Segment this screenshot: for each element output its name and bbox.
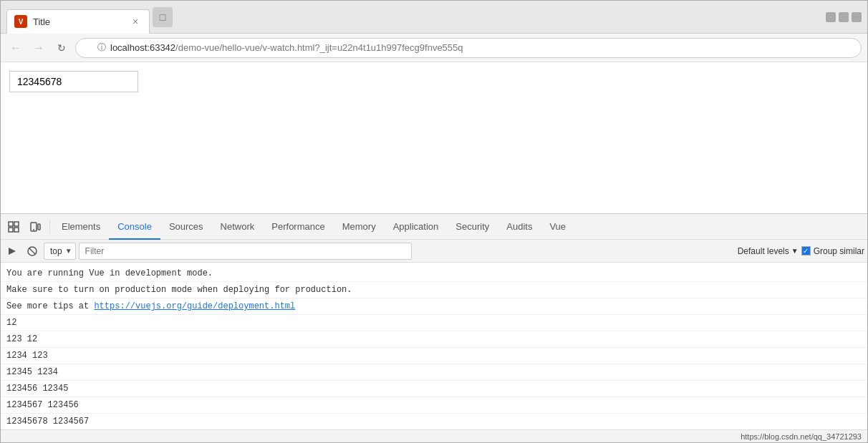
default-levels-selector[interactable]: Default levels ▼ [738, 246, 799, 256]
browser-window: V Title × □ ← → ↻ ⓘ localhost:63342/demo… [0, 0, 868, 443]
refresh-button[interactable]: ↻ [52, 39, 71, 57]
console-line: 12345678 1234567 [1, 414, 867, 429]
console-line-text: 123 12 [6, 334, 37, 344]
context-value: top [50, 246, 62, 256]
maximize-button[interactable] [839, 12, 849, 22]
console-line: Make sure to turn on production mode whe… [1, 282, 867, 298]
status-bar: https://blog.csdn.net/qq_34721293 [1, 429, 867, 442]
url-bar[interactable]: ⓘ localhost:63342/demo-vue/hello-vue/v-w… [75, 38, 862, 58]
window-controls [826, 12, 862, 22]
tab-memory[interactable]: Memory [334, 214, 385, 240]
console-line: See more tips at https://vuejs.org/guide… [1, 298, 867, 315]
group-similar-checkbox[interactable] [801, 246, 811, 255]
console-line-text: 12345 1234 [6, 367, 58, 377]
close-window-button[interactable] [852, 12, 862, 22]
url-path: /demo-vue/hello-vue/v-watch.html?_ijt=u2… [175, 42, 463, 53]
inspect-element-button[interactable] [4, 217, 24, 237]
console-line-text: 1234567 123456 [6, 400, 79, 410]
console-line: 1234567 123456 [1, 397, 867, 414]
tab-network[interactable]: Network [212, 214, 264, 240]
svg-rect-0 [9, 222, 13, 226]
tab-console[interactable]: Console [109, 214, 160, 240]
svg-rect-2 [14, 222, 19, 226]
execute-script-button[interactable] [4, 243, 21, 260]
tab-favicon: V [14, 15, 27, 28]
console-line-text: You are running Vue in development mode. [6, 268, 213, 278]
console-output: You are running Vue in development mode.… [1, 263, 867, 429]
context-dropdown-arrow: ▼ [65, 247, 72, 255]
address-bar: ← → ↻ ⓘ localhost:63342/demo-vue/hello-v… [1, 34, 867, 62]
tab-title: Title [33, 16, 123, 27]
devtools-panel: Elements Console Sources Network Perform… [1, 213, 867, 442]
device-toolbar-button[interactable] [25, 217, 45, 237]
minimize-button[interactable] [826, 12, 836, 22]
console-line-text: 12345678 1234567 [6, 417, 89, 427]
tab-performance[interactable]: Performance [263, 214, 333, 240]
tab-security[interactable]: Security [447, 214, 498, 240]
tab-close-button[interactable]: × [129, 15, 142, 28]
console-line-text: See more tips at [6, 301, 94, 311]
browser-tab[interactable]: V Title × [6, 9, 150, 34]
svg-rect-3 [14, 228, 19, 232]
console-link[interactable]: https://vuejs.org/guide/deployment.html [94, 301, 295, 311]
back-button[interactable]: ← [6, 39, 25, 57]
console-line-text: 1234 123 [6, 351, 48, 361]
default-levels-label: Default levels [738, 246, 789, 256]
new-tab-button[interactable]: □ [153, 7, 173, 27]
svg-marker-7 [9, 248, 16, 255]
title-bar: V Title × □ [1, 1, 867, 34]
url-lock-icon: ⓘ [97, 42, 106, 54]
devtools-tab-bar: Elements Console Sources Network Perform… [1, 214, 867, 240]
url-text: localhost:63342/demo-vue/hello-vue/v-wat… [110, 42, 463, 53]
console-line: 12345 1234 [1, 364, 867, 381]
default-levels-arrow-icon: ▼ [791, 247, 799, 255]
console-line: 123 12 [1, 331, 867, 348]
group-similar-option[interactable]: Group similar [801, 246, 864, 256]
tab-elements[interactable]: Elements [53, 214, 109, 240]
svg-point-6 [33, 229, 34, 230]
svg-rect-5 [38, 224, 40, 230]
forward-button[interactable]: → [29, 39, 48, 57]
console-toolbar: top ▼ Default levels ▼ Group similar [1, 240, 867, 263]
console-line: You are running Vue in development mode. [1, 266, 867, 282]
page-content [1, 62, 867, 213]
tab-audits[interactable]: Audits [498, 214, 541, 240]
svg-line-9 [29, 248, 35, 254]
console-filter-input[interactable] [79, 243, 412, 260]
console-line: 123456 12345 [1, 381, 867, 397]
context-selector[interactable]: top ▼ [44, 243, 76, 260]
console-line: 1234 123 [1, 348, 867, 364]
clear-console-button[interactable] [24, 243, 41, 260]
page-text-input[interactable] [9, 71, 138, 92]
group-similar-label: Group similar [814, 246, 864, 256]
tab-application[interactable]: Application [385, 214, 448, 240]
console-line-text: 12 [6, 318, 16, 328]
tab-vue[interactable]: Vue [541, 214, 574, 240]
console-line-text: Make sure to turn on production mode whe… [6, 285, 352, 295]
status-url-text: https://blog.csdn.net/qq_34721293 [741, 432, 862, 441]
console-line: 12 [1, 315, 867, 331]
tab-sources[interactable]: Sources [160, 214, 212, 240]
svg-rect-1 [9, 228, 13, 232]
url-host: localhost:63342 [110, 42, 175, 53]
console-line-text: 123456 12345 [6, 384, 68, 394]
